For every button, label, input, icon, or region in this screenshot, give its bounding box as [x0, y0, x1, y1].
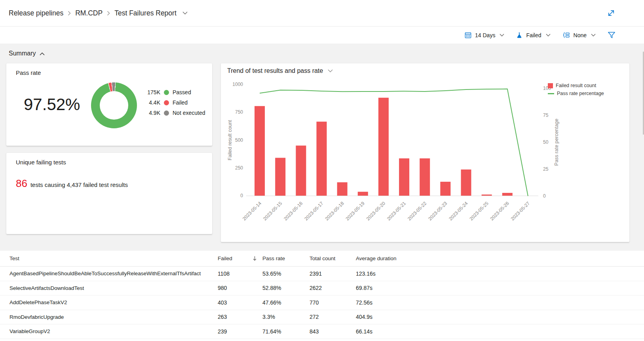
outcome-filter[interactable]: Failed — [516, 32, 550, 38]
cell-average-duration: 66.14s — [356, 328, 644, 335]
group-by-value: None — [574, 32, 587, 38]
beaker-icon — [516, 32, 522, 38]
svg-text:2023-05-18: 2023-05-18 — [324, 200, 345, 222]
svg-text:2023-05-20: 2023-05-20 — [365, 200, 387, 222]
breadcrumb-pipeline[interactable]: RM.CDP — [75, 9, 103, 17]
unique-failing-count: 86 — [16, 177, 27, 190]
pass-rate-donut-chart[interactable] — [91, 82, 137, 128]
trend-chart-card: Trend of test results and pass rate 0250… — [221, 63, 629, 242]
cell-pass-rate: 52.88% — [262, 285, 310, 291]
cell-failed-count: 263 — [218, 314, 262, 320]
summary-title: Summary — [9, 50, 36, 57]
chevron-right-icon — [68, 11, 71, 16]
table-row[interactable]: RmoDevfabricUpgrade 263 3.3% 272 404.9s — [0, 310, 644, 325]
expand-fullscreen-icon[interactable] — [607, 9, 616, 17]
cell-average-duration: 72.56s — [356, 299, 644, 306]
cell-total-count: 2622 — [310, 285, 356, 291]
group-brace-list-icon — [562, 32, 570, 38]
pass-rate-card: Pass rate 97.52% 175K Passed 4.4K Failed… — [6, 63, 212, 146]
report-picker-chevron-down-icon[interactable] — [182, 11, 188, 15]
unique-failing-description: tests causing 4,437 failed test results — [30, 181, 128, 188]
breadcrumb-report-title[interactable]: Test Failures Report — [114, 9, 177, 17]
date-range-filter[interactable]: 14 Days — [465, 32, 504, 38]
svg-text:2023-05-25: 2023-05-25 — [468, 200, 490, 222]
cell-failed-count: 403 — [218, 299, 262, 306]
cell-test-name: RmoDevfabricUpgrade — [9, 314, 218, 320]
cell-test-name: VariableGroupV2 — [9, 328, 218, 334]
svg-text:2023-05-19: 2023-05-19 — [345, 200, 366, 222]
chevron-down-icon — [591, 34, 596, 37]
cell-average-duration: 69.87s — [356, 285, 644, 291]
line-swatch-icon — [548, 93, 554, 94]
group-by-filter[interactable]: None — [562, 32, 596, 38]
cell-average-duration: 123.16s — [356, 271, 644, 277]
svg-text:2023-05-22: 2023-05-22 — [407, 200, 428, 222]
pass-rate-value: 97.52% — [24, 93, 80, 116]
table-row[interactable]: VariableGroupV2 239 71.64% 843 66.14s — [0, 324, 644, 339]
table-row[interactable]: SelectiveArtifactsDownloadTest 980 52.88… — [0, 281, 644, 296]
pass-rate-legend: 175K Passed 4.4K Failed 4.9K Not execute… — [145, 87, 205, 118]
column-header-test[interactable]: Test — [9, 255, 218, 261]
legend-label: Failed — [173, 99, 188, 106]
legend-item-not-executed: 4.9K Not executed — [145, 108, 205, 118]
svg-text:25: 25 — [543, 166, 549, 172]
svg-text:2023-05-14: 2023-05-14 — [241, 200, 263, 222]
svg-text:Failed result count: Failed result count — [227, 120, 233, 160]
legend-count: 4.4K — [145, 99, 160, 106]
legend-count: 175K — [145, 89, 160, 95]
cell-total-count: 770 — [310, 299, 356, 306]
legend-item-failed: 4.4K Failed — [145, 97, 205, 108]
summary-section: Summary Pass rate 97.52% 175K Passed 4.4… — [0, 44, 644, 251]
cell-pass-rate: 71.64% — [262, 328, 310, 335]
chevron-down-icon — [546, 34, 551, 37]
failed-dot-icon — [164, 100, 169, 105]
cell-failed-count: 1108 — [218, 271, 262, 277]
cell-total-count: 843 — [310, 328, 356, 335]
svg-text:2023-05-26: 2023-05-26 — [489, 200, 511, 222]
legend-label: Failed result count — [556, 83, 596, 88]
legend-count: 4.9K — [145, 110, 160, 116]
column-header-pass-rate[interactable]: Pass rate — [262, 255, 310, 261]
table-row[interactable]: AddDeletePhaseTaskV2 403 47.66% 770 72.5… — [0, 295, 644, 310]
unique-failing-tests-card: Unique failing tests 86 tests causing 4,… — [6, 153, 212, 234]
chevron-down-icon — [500, 34, 504, 37]
unique-failing-summary: 86 tests causing 4,437 failed test resul… — [16, 177, 128, 190]
table-header-row: Test Failed Pass rate Total count Averag… — [0, 251, 644, 267]
svg-text:500: 500 — [235, 137, 243, 143]
summary-collapse-toggle[interactable]: Summary — [9, 50, 45, 57]
date-range-value: 14 Days — [475, 32, 495, 38]
chevron-up-icon — [40, 50, 45, 57]
legend-failed-result-count: Failed result count — [548, 83, 604, 88]
cell-failed-count: 239 — [218, 328, 262, 335]
outcome-value: Failed — [526, 32, 541, 38]
column-header-label: Failed — [218, 255, 232, 261]
unique-failing-card-title: Unique failing tests — [16, 159, 66, 166]
legend-pass-rate-percentage: Pass rate percentage — [548, 91, 604, 96]
legend-item-passed: 175K Passed — [145, 87, 205, 97]
cell-pass-rate: 47.66% — [262, 299, 310, 306]
cell-total-count: 2391 — [310, 271, 356, 277]
table-row[interactable]: AgentBasedPipelineShouldBeAbleToSuccessf… — [0, 267, 644, 281]
not-executed-dot-icon — [164, 110, 169, 116]
svg-text:2023-05-24: 2023-05-24 — [448, 200, 469, 222]
column-header-average-duration[interactable]: Average duration — [356, 255, 644, 261]
svg-text:50: 50 — [543, 139, 549, 145]
sort-descending-arrow-icon[interactable] — [253, 256, 257, 261]
bar-swatch-icon — [548, 83, 553, 88]
svg-text:1000: 1000 — [232, 82, 243, 87]
column-header-failed[interactable]: Failed — [218, 255, 262, 261]
chevron-right-icon — [107, 11, 110, 16]
filter-bar: 14 Days Failed None — [0, 27, 644, 44]
breadcrumb-release-pipelines[interactable]: Release pipelines — [9, 9, 63, 17]
calendar-icon — [465, 32, 471, 38]
filter-funnel-icon[interactable] — [608, 32, 616, 39]
top-bar: Release pipelines RM.CDP Test Failures R… — [0, 0, 644, 27]
svg-text:0: 0 — [543, 193, 546, 199]
column-header-total-count[interactable]: Total count — [310, 255, 356, 261]
svg-text:750: 750 — [235, 109, 243, 115]
svg-text:2023-05-16: 2023-05-16 — [283, 200, 304, 222]
test-failures-report-page: Release pipelines RM.CDP Test Failures R… — [0, 0, 644, 341]
cell-test-name: AgentBasedPipelineShouldBeAbleToSuccessf… — [9, 271, 218, 276]
failing-tests-table: Test Failed Pass rate Total count Averag… — [0, 251, 644, 339]
cell-test-name: AddDeletePhaseTaskV2 — [9, 299, 218, 305]
